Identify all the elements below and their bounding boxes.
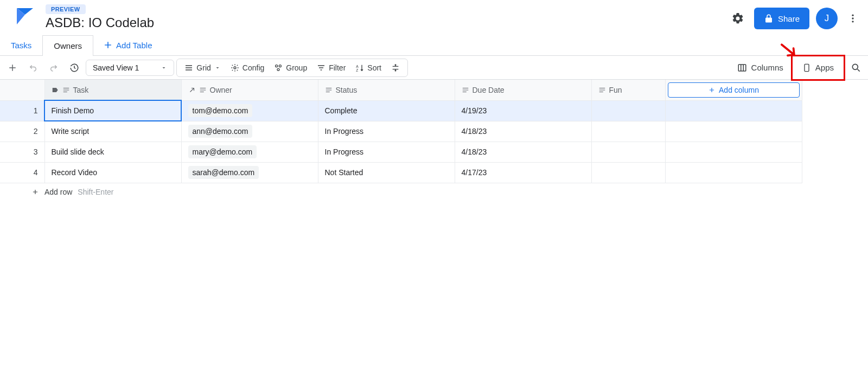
chevron-down-icon <box>161 65 167 71</box>
column-header-task[interactable]: Task <box>44 80 181 100</box>
cell-task[interactable]: Finish Demo <box>44 100 181 121</box>
svg-point-4 <box>276 65 278 67</box>
text-icon <box>462 86 469 94</box>
row-height-icon <box>391 63 400 72</box>
filter-button[interactable]: Filter <box>312 60 350 75</box>
table-row[interactable]: 1 Finish Demo tom@demo.com Complete 4/19… <box>0 100 802 121</box>
svg-point-2 <box>852 21 853 22</box>
cell-due[interactable]: 4/18/23 <box>455 142 591 162</box>
redo-icon <box>49 63 59 73</box>
plus-icon <box>31 188 39 196</box>
svg-point-3 <box>234 67 236 69</box>
app-logo <box>15 7 35 26</box>
avatar[interactable]: J <box>816 8 838 29</box>
apps-button[interactable]: Apps <box>797 59 839 77</box>
cell-status[interactable]: In Progress <box>318 121 455 142</box>
add-column-button[interactable]: Add column <box>668 82 800 98</box>
text-icon <box>325 86 333 94</box>
page-title: ASDB: IO Codelab <box>46 15 154 30</box>
tab-tasks[interactable]: Tasks <box>0 35 43 55</box>
cell-fun[interactable] <box>591 142 665 162</box>
table-row[interactable]: 3 Build slide deck mary@demo.com In Prog… <box>0 142 802 162</box>
text-icon <box>199 86 207 94</box>
app-header: PREVIEW ASDB: IO Codelab Share J <box>0 0 868 35</box>
tab-owners[interactable]: Owners <box>43 35 93 56</box>
cell-due[interactable]: 4/17/23 <box>455 162 591 183</box>
search-button[interactable] <box>847 59 865 76</box>
filter-icon <box>317 63 326 72</box>
row-number: 2 <box>0 121 44 142</box>
add-row-button[interactable]: Add row Shift-Enter <box>0 183 868 201</box>
cell-status[interactable]: Complete <box>318 100 455 121</box>
svg-rect-10 <box>805 64 809 71</box>
gear-icon <box>731 12 744 25</box>
text-icon <box>598 86 606 94</box>
plus-icon <box>8 63 17 73</box>
undo-button[interactable] <box>24 60 42 76</box>
text-icon <box>62 86 70 94</box>
cell-empty <box>665 100 802 121</box>
apps-highlight-annotation: Apps <box>791 55 845 81</box>
cell-due[interactable]: 4/19/23 <box>455 100 591 121</box>
column-header-fun[interactable]: Fun <box>591 80 665 100</box>
config-button[interactable]: Config <box>226 60 269 75</box>
view-toolbar: Saved View 1 Grid Config Group Filter AZ… <box>0 56 868 80</box>
label-icon <box>52 86 59 94</box>
add-table-button[interactable]: Add Table <box>93 35 162 55</box>
ref-arrow-icon <box>188 86 196 94</box>
svg-point-11 <box>852 64 858 69</box>
cell-empty <box>665 121 802 142</box>
svg-text:A: A <box>356 65 359 68</box>
plus-icon <box>708 86 716 94</box>
cell-owner[interactable]: tom@demo.com <box>181 100 318 121</box>
table-row[interactable]: 2 Write script ann@demo.com In Progress … <box>0 121 802 142</box>
row-number: 4 <box>0 162 44 183</box>
column-header-add: Add column <box>665 80 802 100</box>
svg-point-6 <box>277 68 279 70</box>
row-number: 3 <box>0 142 44 162</box>
cell-empty <box>665 142 802 162</box>
gear-icon <box>231 63 239 72</box>
more-button[interactable] <box>844 10 861 27</box>
cell-status[interactable]: Not Started <box>318 162 455 183</box>
settings-button[interactable] <box>728 9 748 28</box>
svg-point-0 <box>852 15 853 16</box>
share-button[interactable]: Share <box>754 8 809 29</box>
add-button[interactable] <box>3 60 22 76</box>
sort-button[interactable]: AZ Sort <box>351 60 386 75</box>
chevron-down-icon <box>214 65 221 71</box>
redo-button[interactable] <box>44 60 63 76</box>
cell-owner[interactable]: mary@demo.com <box>181 142 318 162</box>
history-icon <box>69 63 79 73</box>
cell-due[interactable]: 4/18/23 <box>455 121 591 142</box>
add-row-label: Add row <box>44 188 72 196</box>
cell-fun[interactable] <box>591 100 665 121</box>
column-header-status[interactable]: Status <box>318 80 455 100</box>
column-header-owner[interactable]: Owner <box>181 80 318 100</box>
search-icon <box>851 62 861 73</box>
saved-view-selector[interactable]: Saved View 1 <box>86 60 174 76</box>
cell-fun[interactable] <box>591 162 665 183</box>
layout-grid-button[interactable]: Grid <box>180 60 225 75</box>
row-height-button[interactable] <box>387 60 404 75</box>
cell-fun[interactable] <box>591 121 665 142</box>
cell-empty <box>665 162 802 183</box>
cell-owner[interactable]: sarah@demo.com <box>181 162 318 183</box>
table-row[interactable]: 4 Record Video sarah@demo.com Not Starte… <box>0 162 802 183</box>
more-vert-icon <box>847 13 858 24</box>
cell-status[interactable]: In Progress <box>318 142 455 162</box>
history-button[interactable] <box>65 60 84 76</box>
cell-task[interactable]: Write script <box>44 121 181 142</box>
cell-task[interactable]: Build slide deck <box>44 142 181 162</box>
column-header-due[interactable]: Due Date <box>455 80 591 100</box>
cell-task[interactable]: Record Video <box>44 162 181 183</box>
group-button[interactable]: Group <box>270 60 311 75</box>
svg-point-5 <box>279 65 282 67</box>
tabs-bar: Tasks Owners Add Table <box>0 35 868 56</box>
cell-owner[interactable]: ann@demo.com <box>181 121 318 142</box>
data-grid: Task Owner Status Due Date <box>0 80 868 183</box>
columns-button[interactable]: Columns <box>732 60 789 76</box>
svg-rect-9 <box>738 65 746 71</box>
lock-icon <box>764 14 774 23</box>
undo-icon <box>28 63 38 73</box>
